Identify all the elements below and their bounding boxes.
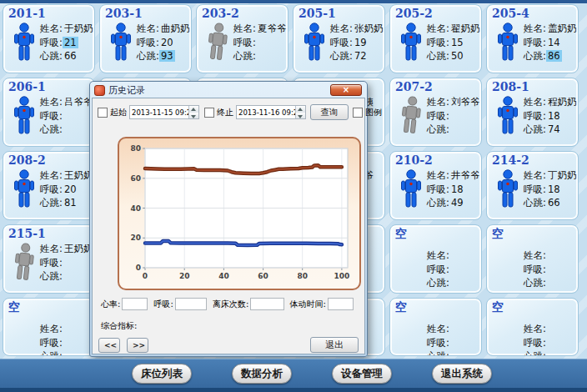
dialog-title: 历史记录 (108, 84, 145, 97)
resp-label: 呼吸: (330, 37, 353, 48)
end-date-spinner[interactable] (295, 106, 305, 118)
start-date-input[interactable]: 2013-11-15 09:21:17 (129, 105, 199, 119)
resp-label: 呼吸: (427, 37, 449, 48)
resp-label: 呼吸: (40, 183, 63, 195)
query-button[interactable]: 查询 (310, 104, 349, 120)
patient-icon-blue (12, 96, 37, 134)
exit-system-button[interactable]: 退出系统 (432, 364, 492, 384)
bed-number: 214-2 (492, 153, 575, 168)
patient-icon-blue (495, 23, 520, 61)
bed-number: 210-2 (395, 153, 479, 168)
bed-card[interactable]: 208-1 (486, 78, 579, 147)
spinner-down-icon[interactable] (189, 113, 198, 119)
patient-name (63, 323, 66, 334)
resp-value (546, 337, 549, 349)
bed-number: 206-1 (8, 80, 92, 95)
start-checkbox[interactable] (98, 108, 108, 118)
legend-checkbox[interactable] (353, 108, 363, 118)
resp-label: 呼吸: (137, 37, 159, 48)
prev-page-button[interactable]: << (98, 338, 120, 353)
heart-row: 心跳: (40, 123, 94, 137)
patient-name: 翟奶奶 (449, 23, 482, 34)
bed-list-button[interactable]: 床位列表 (132, 364, 192, 384)
heart-row: 心跳: (524, 349, 549, 356)
device-manage-button[interactable]: 设备管理 (332, 364, 392, 384)
resp-row: 呼吸: (524, 263, 549, 277)
heart-value: 66 (63, 50, 78, 62)
name-label: 姓名: (40, 243, 63, 254)
bed-number: 空 (395, 300, 479, 315)
name-row: 姓名:王奶奶 (40, 242, 94, 256)
heart-value (256, 50, 259, 62)
resp-row: 呼吸: (40, 109, 94, 123)
resp-rate-label: 呼吸: (153, 299, 173, 310)
heart-label: 心跳: (427, 277, 449, 289)
name-row: 姓名:刘爷爷 (427, 95, 481, 109)
resp-row: 呼吸: (427, 263, 453, 277)
svg-text:0: 0 (143, 272, 148, 280)
end-date-value: 2013-11-16 09:21:17 (237, 108, 295, 117)
heart-label: 心跳: (40, 50, 63, 62)
data-analysis-button[interactable]: 数据分析 (232, 364, 292, 384)
heart-label: 心跳: (40, 270, 63, 282)
bed-number: 205-4 (492, 7, 575, 22)
spinner-up-icon[interactable] (189, 106, 198, 113)
bed-number: 205-1 (299, 7, 382, 22)
bed-card[interactable]: 210-2 (389, 151, 482, 220)
name-label: 姓名: (524, 96, 546, 108)
bed-number: 208-2 (8, 153, 92, 168)
resp-value (546, 264, 549, 275)
resp-row: 呼吸:18 (524, 109, 578, 123)
resp-row: 呼吸: (524, 336, 549, 350)
end-date-input[interactable]: 2013-11-16 09:21:17 (236, 105, 306, 119)
name-label: 姓名: (137, 23, 159, 34)
bed-card[interactable]: 205-4 (486, 4, 579, 73)
patient-name: 曲奶奶 (159, 23, 192, 34)
heart-value (449, 277, 453, 289)
svg-text:60: 60 (130, 174, 141, 183)
end-checkbox[interactable] (204, 108, 214, 118)
bed-card[interactable]: 空 (486, 298, 579, 356)
bed-card[interactable]: 空 (3, 298, 95, 356)
body-move-value-box (328, 298, 354, 310)
bed-card[interactable]: 205-2 (389, 4, 482, 73)
dialog-titlebar[interactable]: 历史记录 × (92, 83, 365, 98)
close-button[interactable]: × (330, 84, 362, 96)
bed-card[interactable]: 207-2 (389, 78, 482, 147)
bed-card[interactable]: 208-2 (3, 151, 95, 220)
heart-value (449, 123, 453, 135)
heart-label: 心跳: (427, 50, 449, 62)
next-page-button[interactable]: >> (127, 338, 148, 353)
bed-card[interactable]: 215-1 (3, 224, 95, 294)
bed-card[interactable]: 空 (389, 298, 482, 356)
bed-card[interactable]: 205-1 (293, 4, 385, 73)
resp-label: 呼吸: (427, 337, 449, 349)
heart-label: 心跳: (427, 197, 449, 209)
spinner-up-icon[interactable] (296, 106, 305, 113)
body-move-label: 体动时间: (290, 299, 326, 310)
name-label: 姓名: (427, 96, 449, 108)
composite-row: 综合指标: (101, 320, 137, 332)
history-dialog: 历史记录 × 起始 2013-11-15 09:21:17 终止 2013-11… (89, 81, 368, 357)
bed-card[interactable]: 201-1 (3, 4, 95, 73)
resp-label: 呼吸: (40, 257, 63, 269)
patient-icon-blue (399, 23, 424, 61)
resp-value: 15 (449, 37, 465, 48)
exit-button[interactable]: 退出 (310, 337, 359, 353)
bed-card[interactable]: 214-2 (486, 151, 579, 220)
bed-card[interactable]: 203-1 (99, 4, 192, 73)
bed-card[interactable]: 206-1 (3, 78, 95, 147)
heart-row: 心跳:81 (40, 196, 94, 210)
resp-value: 19 (353, 37, 369, 48)
bed-card[interactable]: 空 (389, 224, 482, 294)
resp-value: 20 (63, 183, 78, 195)
bed-card[interactable]: 203-2 (196, 4, 288, 73)
legend-label: 图例 (365, 107, 382, 118)
resp-value (63, 110, 66, 122)
patient-icon-gray (397, 95, 426, 136)
patient-name: 夏爷爷 (256, 23, 288, 34)
bed-card[interactable]: 空 (486, 224, 579, 294)
start-date-spinner[interactable] (188, 106, 198, 118)
heart-row: 心跳:86 (524, 49, 578, 63)
spinner-down-icon[interactable] (296, 113, 305, 119)
